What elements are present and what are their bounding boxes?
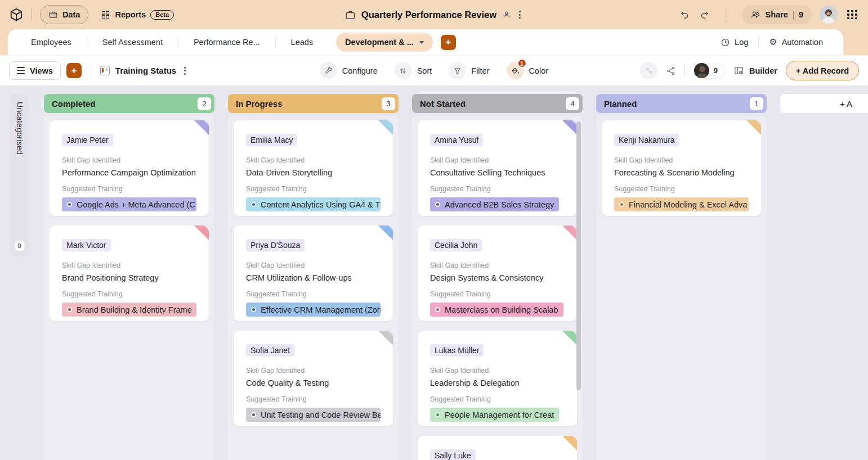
field-value-skill-gap: CRM Utilization & Follow-ups xyxy=(246,273,381,282)
uncategorized-column-tab[interactable]: Uncategorised 0 xyxy=(10,94,29,256)
kanban-card[interactable]: Lukas Müller Skill Gap Identified Leader… xyxy=(418,331,577,426)
kanban-card[interactable]: Jamie Peter Skill Gap Identified Perform… xyxy=(50,120,209,216)
tag-dot-icon xyxy=(619,202,624,207)
views-label: Views xyxy=(30,66,53,75)
apps-grid-icon[interactable] xyxy=(845,8,859,21)
builder-button[interactable]: Builder xyxy=(733,65,777,76)
column-header[interactable]: Planned1 xyxy=(596,94,767,113)
training-tag-label: Google Ads + Meta Advanced (C xyxy=(77,200,195,209)
kanban-card[interactable]: Sally Luke Skill Gap Identified Suggeste… xyxy=(418,436,577,460)
uncategorized-count-badge: 0 xyxy=(14,241,24,251)
clock-icon xyxy=(721,38,730,47)
person-icon[interactable] xyxy=(502,10,511,19)
field-label-training: Suggested Training xyxy=(246,290,381,298)
field-label-skill-gap: Skill Gap Identified xyxy=(430,261,565,269)
field-value-skill-gap: Design Systems & Consistency xyxy=(430,273,565,282)
tag-dot-icon xyxy=(435,412,440,417)
undo-icon[interactable] xyxy=(679,10,690,20)
people-icon xyxy=(750,10,760,20)
log-label: Log xyxy=(735,38,748,47)
sort-button[interactable]: Sort xyxy=(395,62,432,79)
uncategorized-label: Uncategorised xyxy=(15,102,24,155)
table-tab-leads[interactable]: Leads xyxy=(276,38,329,47)
collapse-icon[interactable] xyxy=(640,62,657,79)
field-value-skill-gap: Brand Positioning Strategy xyxy=(62,273,196,282)
collaborators[interactable]: 9 xyxy=(693,62,725,79)
views-button[interactable]: Views xyxy=(9,61,61,80)
user-avatar[interactable] xyxy=(820,6,838,24)
field-label-training: Suggested Training xyxy=(430,290,565,298)
column-header[interactable]: In Progress3 xyxy=(228,94,399,113)
column-header[interactable]: Not Started4 xyxy=(412,94,583,113)
table-tab-self-assessment[interactable]: Self Assessment xyxy=(87,38,178,47)
column-scrollbar[interactable] xyxy=(576,121,581,390)
tag-dot-icon xyxy=(67,202,72,207)
title-more-menu-icon[interactable] xyxy=(517,8,523,21)
column-body: Emilia Macy Skill Gap Identified Data-Dr… xyxy=(228,115,399,460)
add-category-button[interactable]: + A xyxy=(780,94,868,113)
field-label-training: Suggested Training xyxy=(430,395,565,403)
filter-button[interactable]: Filter xyxy=(449,62,489,79)
automation-button[interactable]: ⚙ Automation xyxy=(759,38,833,47)
field-value-skill-gap: Forecasting & Scenario Modeling xyxy=(614,168,749,177)
add-table-button[interactable]: + xyxy=(441,35,456,50)
document-title[interactable]: Quarterly Performance Review xyxy=(361,10,496,20)
add-view-button[interactable]: + xyxy=(66,63,82,78)
kanban-card[interactable]: Sofia Janet Skill Gap Identified Code Qu… xyxy=(234,331,393,426)
column-count-badge: 4 xyxy=(566,97,579,110)
training-tag: Google Ads + Meta Advanced (C xyxy=(62,197,196,211)
paint-bucket-icon: 1 xyxy=(507,62,524,79)
tag-dot-icon xyxy=(251,412,256,417)
app-logo-icon[interactable] xyxy=(9,7,24,22)
field-label-skill-gap: Skill Gap Identified xyxy=(430,367,565,375)
folder-icon xyxy=(48,10,58,20)
share-nodes-icon[interactable] xyxy=(666,66,676,76)
column-count-badge: 3 xyxy=(382,97,395,110)
training-tag: Financial Modeling & Excel Adva xyxy=(614,197,749,211)
field-label-skill-gap: Skill Gap Identified xyxy=(246,367,381,375)
configure-button[interactable]: Configure xyxy=(320,62,378,79)
top-bar-right: Share 9 xyxy=(679,5,859,24)
training-tag-label: People Management for Creat xyxy=(445,411,554,420)
corner-fold-icon xyxy=(746,120,761,135)
kanban-card[interactable]: Mark Victor Skill Gap Identified Brand P… xyxy=(50,226,209,321)
column-body: Amina Yusuf Skill Gap Identified Consult… xyxy=(412,115,583,460)
briefcase-icon xyxy=(345,10,356,20)
record-name-chip: Cecilia John xyxy=(430,239,482,251)
divider xyxy=(793,11,794,19)
nav-tab-data[interactable]: Data xyxy=(40,5,88,24)
divider xyxy=(91,64,91,78)
table-tab-performance-review[interactable]: Performance Re... xyxy=(178,38,275,47)
divider xyxy=(32,8,32,21)
automation-label: Automation xyxy=(782,38,823,47)
column-count-badge: 1 xyxy=(750,97,763,110)
log-button[interactable]: Log xyxy=(710,38,758,47)
redo-icon[interactable] xyxy=(699,10,710,20)
corner-fold-icon xyxy=(562,120,577,135)
field-label-skill-gap: Skill Gap Identified xyxy=(430,156,565,164)
color-button[interactable]: 1 Color xyxy=(507,62,549,79)
kanban-column: In Progress3 Emilia Macy Skill Gap Ident… xyxy=(228,94,399,460)
collaborator-avatar xyxy=(693,62,710,79)
divider xyxy=(684,65,685,76)
kanban-card[interactable]: Amina Yusuf Skill Gap Identified Consult… xyxy=(418,120,577,216)
share-button[interactable]: Share 9 xyxy=(742,5,812,24)
kanban-card[interactable]: Emilia Macy Skill Gap Identified Data-Dr… xyxy=(234,120,393,216)
table-tab-development-active[interactable]: Development & ... xyxy=(336,33,433,52)
kanban-card[interactable]: Kenji Nakamura Skill Gap Identified Fore… xyxy=(602,120,761,216)
kanban-card[interactable]: Cecilia John Skill Gap Identified Design… xyxy=(418,226,577,321)
view-more-menu-icon[interactable] xyxy=(182,65,188,77)
kanban-card[interactable]: Priya D'Souza Skill Gap Identified CRM U… xyxy=(234,226,393,321)
current-view[interactable]: Training Status xyxy=(100,65,188,77)
add-record-button[interactable]: + Add Record xyxy=(786,61,859,80)
field-value-skill-gap: Code Quality & Testing xyxy=(246,378,381,387)
record-name-chip: Mark Victor xyxy=(62,239,111,251)
table-tab-employees[interactable]: Employees xyxy=(16,38,87,47)
column-header[interactable]: Completed2 xyxy=(44,94,214,113)
corner-fold-icon xyxy=(562,436,577,450)
field-value-skill-gap: Performance Campaign Optimization xyxy=(62,168,196,177)
nav-tab-reports[interactable]: Reports Beta xyxy=(101,10,174,20)
kanban-column: Planned1 Kenji Nakamura Skill Gap Identi… xyxy=(596,94,767,460)
tag-dot-icon xyxy=(435,202,440,207)
builder-icon xyxy=(733,65,744,76)
